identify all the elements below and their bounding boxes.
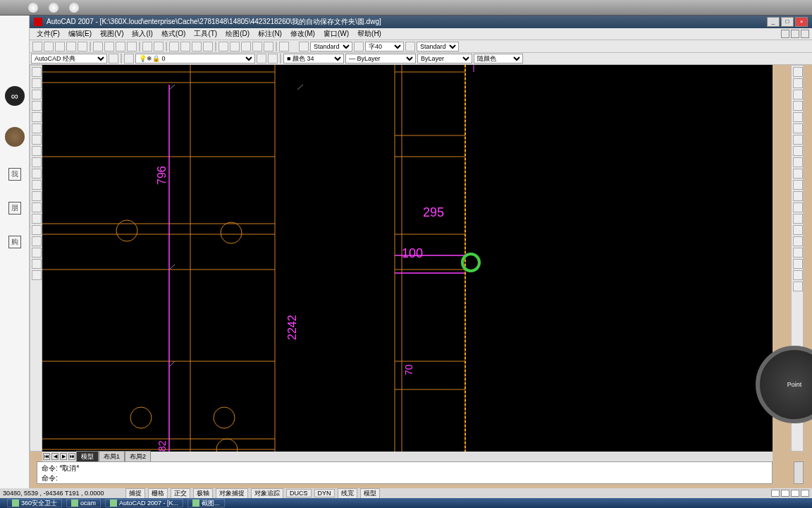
trim-tool[interactable] <box>793 169 803 179</box>
tp-button[interactable] <box>241 42 251 52</box>
ssm-button[interactable] <box>252 42 262 52</box>
mdi-close-icon[interactable] <box>801 30 809 38</box>
taskbar-app[interactable]: AutoCAD 2007 - [K... <box>105 499 183 507</box>
menu-modify[interactable]: 修改(M) <box>286 29 319 39</box>
copy-button[interactable] <box>104 42 114 52</box>
model-tab[interactable]: 模型 <box>76 451 99 463</box>
props-button[interactable] <box>219 42 228 52</box>
zoom-win-button[interactable] <box>203 42 213 52</box>
area-tool[interactable] <box>793 259 803 269</box>
table-style-select[interactable]: Standard <box>417 42 459 52</box>
arc-tool[interactable] <box>32 123 42 133</box>
bag-icon[interactable]: 购 <box>8 236 21 248</box>
layer-mgr-icon[interactable] <box>124 54 134 64</box>
copy-tool[interactable] <box>793 78 803 88</box>
otrack-toggle[interactable]: 对象追踪 <box>251 488 283 499</box>
region-tool[interactable] <box>32 248 42 258</box>
grid-toggle[interactable]: 栅格 <box>148 488 168 499</box>
snap-toggle[interactable]: 捕捉 <box>125 488 145 499</box>
color-select[interactable]: ■ 颜色 34 <box>283 54 344 64</box>
layout1-tab[interactable]: 布局1 <box>99 451 125 463</box>
redo-button[interactable] <box>154 42 164 52</box>
preview-button[interactable] <box>78 42 87 52</box>
taskbar-app[interactable]: 截图... <box>187 499 225 507</box>
new-button[interactable] <box>32 42 42 52</box>
chamfer-tool[interactable] <box>793 214 803 224</box>
gradient-tool[interactable] <box>32 236 42 246</box>
rect-tool[interactable] <box>32 112 42 122</box>
break-tool[interactable] <box>793 191 803 201</box>
drawing-canvas[interactable]: 796 295 100 70 2242 82 <box>42 65 773 452</box>
ducs-toggle[interactable]: DUCS <box>286 489 312 497</box>
ws-gear-icon[interactable] <box>109 54 118 64</box>
tray-icon[interactable] <box>801 490 809 497</box>
pan-button[interactable] <box>169 42 179 52</box>
mdi-min-icon[interactable] <box>781 30 789 38</box>
minimize-button[interactable]: _ <box>767 17 780 27</box>
friends-icon[interactable]: 朋 <box>8 202 21 214</box>
table-tool[interactable] <box>32 259 42 269</box>
tab-last-icon[interactable]: ⏭ <box>68 453 75 460</box>
line-tool[interactable] <box>32 67 42 77</box>
layer-select[interactable]: 💡❄🔒 0 <box>135 54 255 64</box>
undo-button[interactable] <box>142 42 152 52</box>
command-scroll-v[interactable] <box>794 461 804 484</box>
point-tool[interactable] <box>32 214 42 224</box>
menu-format[interactable]: 格式(O) <box>157 29 190 39</box>
stretch-tool[interactable] <box>793 157 803 167</box>
menu-help[interactable]: 帮助(H) <box>353 29 386 39</box>
osnap-toggle[interactable]: 对象捕捉 <box>216 488 248 499</box>
linetype-select[interactable]: ByLayer <box>417 54 472 64</box>
array-tool[interactable] <box>793 112 803 122</box>
mdi-restore-icon[interactable] <box>791 30 799 38</box>
menu-dim[interactable]: 标注(N) <box>254 29 286 39</box>
dyn-toggle[interactable]: DYN <box>314 489 335 497</box>
model-toggle[interactable]: 模型 <box>360 488 380 499</box>
hatch-tool[interactable] <box>32 225 42 235</box>
taskbar-app[interactable]: ocam <box>66 499 101 507</box>
tab-first-icon[interactable]: ⏮ <box>43 453 50 460</box>
dim-style-select[interactable]: 字40 <box>365 42 404 52</box>
textstyle-icon[interactable] <box>299 42 309 52</box>
save-button[interactable] <box>55 42 65 52</box>
doc-icon[interactable]: 我 <box>8 168 21 181</box>
rotate-tool[interactable] <box>793 135 803 145</box>
command-window[interactable]: 命令: *取消* 命令: <box>37 461 773 484</box>
close-button[interactable]: × <box>795 17 808 27</box>
erase-tool[interactable] <box>793 67 803 77</box>
scale-tool[interactable] <box>793 146 803 156</box>
menu-insert[interactable]: 插入(I) <box>128 29 156 39</box>
ortho-toggle[interactable]: 正交 <box>171 488 190 499</box>
tray-icon[interactable] <box>781 490 789 497</box>
dist-tool[interactable] <box>793 248 803 258</box>
menu-draw[interactable]: 绘图(D) <box>221 29 254 39</box>
paste-button[interactable] <box>116 42 125 52</box>
polygon-tool[interactable] <box>32 101 42 111</box>
ellipse-arc-tool[interactable] <box>32 180 42 190</box>
text-style-select[interactable]: Standard <box>310 42 352 52</box>
tablestyle-icon[interactable] <box>405 42 415 52</box>
tray-icon[interactable] <box>791 490 799 497</box>
menu-file[interactable]: 文件(F) <box>32 29 64 39</box>
mtext-tool[interactable] <box>32 270 42 280</box>
command-prompt[interactable]: 命令: <box>42 473 768 483</box>
tab-prev-icon[interactable]: ◀ <box>51 453 59 460</box>
dimstyle-icon[interactable] <box>354 42 364 52</box>
list-tool[interactable] <box>793 270 803 280</box>
lwt-toggle[interactable]: 线宽 <box>338 488 357 499</box>
join-tool[interactable] <box>793 202 803 212</box>
revcloud-tool[interactable] <box>32 146 42 156</box>
layer-prev-icon[interactable] <box>257 54 266 64</box>
tab-next-icon[interactable]: ▶ <box>60 453 67 460</box>
menu-window[interactable]: 窗口(W) <box>319 29 353 39</box>
avatar[interactable] <box>5 127 25 147</box>
cloud-icon[interactable]: ∞ <box>5 86 25 106</box>
xline-tool[interactable] <box>32 78 42 88</box>
plot-button[interactable] <box>66 42 76 52</box>
move-tool[interactable] <box>793 123 803 133</box>
spline-tool[interactable] <box>32 157 42 167</box>
taskbar-app[interactable]: 360安全卫士 <box>7 499 62 507</box>
workspace-select[interactable]: AutoCAD 经典 <box>31 54 107 64</box>
cut-button[interactable] <box>93 42 103 52</box>
menu-tools[interactable]: 工具(T) <box>190 29 221 39</box>
